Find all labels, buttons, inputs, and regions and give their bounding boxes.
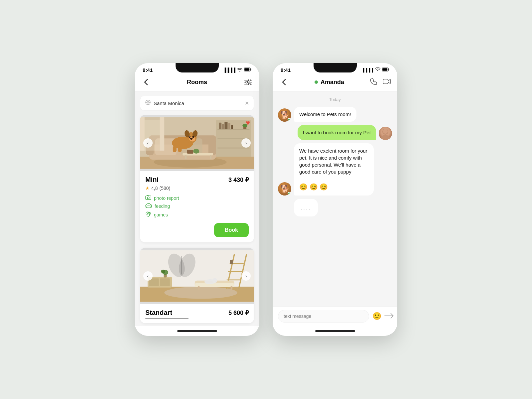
svg-point-39	[193, 149, 199, 154]
avatar-user	[379, 127, 392, 140]
svg-rect-83	[231, 286, 232, 290]
book-button-mini[interactable]: Book	[214, 223, 249, 237]
location-icon	[145, 99, 151, 107]
svg-point-56	[146, 206, 152, 208]
rooms-phone: 9:41 ▐▐▐▐ Rooms	[135, 63, 259, 336]
svg-rect-53	[160, 117, 164, 151]
card-name-standart: Standart	[145, 309, 172, 317]
clear-search-icon[interactable]: ✕	[245, 100, 249, 106]
bubble-3-text: We have exelent room for your pet. It is…	[299, 148, 367, 175]
svg-point-47	[190, 136, 190, 137]
svg-rect-49	[173, 146, 177, 152]
chat-contact-info: Amanda	[315, 79, 344, 86]
paw-icon	[145, 211, 151, 218]
rating-value: 4,8	[151, 186, 158, 191]
svg-point-45	[189, 136, 190, 138]
svg-rect-35	[183, 153, 213, 155]
search-bar[interactable]: Santa Monica ✕	[140, 96, 254, 111]
bubble-1: Welcome to Pets room!	[294, 107, 356, 122]
feature-feeding: feeding	[145, 203, 249, 209]
status-bar-right: 9:41 ▐▐▐▐	[273, 63, 397, 74]
chat-phone: 9:41 ▐▐▐▐ Amanda	[273, 63, 397, 336]
svg-rect-73	[230, 260, 233, 264]
card-rating-mini: ★ 4,8 (580)	[145, 186, 249, 191]
svg-point-8	[248, 83, 250, 85]
svg-point-48	[190, 138, 193, 139]
card-features-mini: photo report feeding	[145, 195, 249, 218]
back-button-rooms[interactable]	[141, 77, 151, 87]
back-button-chat[interactable]	[279, 77, 289, 87]
signal-icon: ▐▐▐▐	[223, 67, 235, 72]
status-bar-left: 9:41 ▐▐▐▐	[135, 63, 259, 74]
card-body-mini: Mini 3 430 ₽ ★ 4,8 (580)	[140, 171, 254, 242]
chat-messages: Today 🐕 Welcome to Pets room!	[273, 92, 397, 306]
send-button[interactable]	[383, 311, 394, 322]
signal-icon-right: ▐▐▐▐	[362, 68, 373, 72]
notch-right	[314, 63, 357, 72]
home-bar-right	[315, 330, 355, 332]
bubble-3: We have exelent room for your pet. It is…	[294, 143, 374, 196]
svg-rect-89	[383, 79, 388, 84]
next-image-standart[interactable]: ›	[241, 271, 251, 281]
message-1: 🐕 Welcome to Pets room!	[278, 107, 392, 122]
video-icon[interactable]	[383, 78, 391, 86]
feature-photo-report: photo report	[145, 195, 249, 201]
room-image-mini: ‹ › ♥	[140, 115, 254, 171]
room-card-mini: ‹ › ♥ Mini 3 430 ₽ ★ 4,8 (580)	[140, 115, 254, 242]
svg-rect-87	[389, 69, 389, 70]
bowl-icon	[145, 203, 152, 209]
message-2: I want to book room for my Pet	[278, 125, 392, 140]
prev-image-mini[interactable]: ‹	[143, 138, 153, 148]
online-status-dot	[315, 80, 318, 84]
battery-icon-right	[382, 67, 389, 72]
status-icons-left: ▐▐▐▐	[223, 67, 251, 72]
svg-rect-37	[210, 155, 211, 159]
card-body-standart: Standart 5 600 ₽	[140, 304, 254, 323]
prev-image-standart[interactable]: ‹	[143, 271, 153, 281]
status-icons-right: ▐▐▐▐	[362, 67, 389, 72]
svg-point-92	[383, 129, 388, 134]
svg-rect-76	[160, 278, 170, 286]
rooms-list: ‹ › ♥ Mini 3 430 ₽ ★ 4,8 (580)	[135, 115, 259, 326]
battery-icon	[244, 67, 251, 72]
svg-rect-20	[219, 123, 221, 129]
standart-underline	[145, 319, 189, 319]
feature-games: games	[145, 211, 249, 218]
emoji-icon[interactable]: 🙂	[372, 312, 381, 321]
svg-rect-1	[251, 69, 251, 70]
filter-icon[interactable]	[243, 77, 253, 87]
favorite-icon-mini[interactable]: ♥	[246, 119, 250, 127]
feature-games-label: games	[154, 212, 168, 217]
message-typing: ....	[278, 199, 392, 216]
svg-point-57	[147, 214, 150, 216]
feature-photo-label: photo report	[154, 196, 179, 201]
svg-rect-81	[195, 283, 234, 287]
chat-input-bar: 🙂	[273, 306, 397, 326]
card-title-row-mini: Mini 3 430 ₽	[145, 176, 249, 184]
svg-rect-24	[231, 125, 233, 129]
card-price-standart: 5 600 ₽	[228, 309, 249, 317]
search-text: Santa Monica	[154, 100, 242, 106]
svg-rect-22	[224, 122, 227, 129]
svg-line-93	[385, 312, 393, 320]
svg-rect-17	[217, 129, 249, 130]
avatar-bot-1: 🐕	[278, 108, 291, 122]
svg-rect-36	[185, 155, 187, 159]
bubble-typing: ....	[294, 199, 318, 216]
svg-point-55	[147, 197, 149, 199]
chat-date: Today	[278, 97, 392, 102]
room-card-standart: ‹ › Standart 5 600 ₽	[140, 248, 254, 323]
svg-rect-23	[228, 123, 230, 129]
rooms-header: Rooms	[135, 74, 259, 92]
message-input[interactable]	[278, 310, 369, 323]
bubble-2: I want to book room for my Pet	[298, 125, 376, 140]
call-icon[interactable]	[370, 78, 377, 87]
card-price-mini: 3 430 ₽	[228, 176, 249, 184]
svg-rect-32	[208, 140, 216, 155]
next-image-mini[interactable]: ›	[241, 138, 251, 148]
notch	[176, 63, 219, 72]
home-indicator-right	[273, 326, 397, 336]
card-title-row-standart: Standart 5 600 ₽	[145, 309, 249, 317]
svg-point-79	[161, 270, 165, 273]
svg-rect-38	[187, 150, 193, 154]
